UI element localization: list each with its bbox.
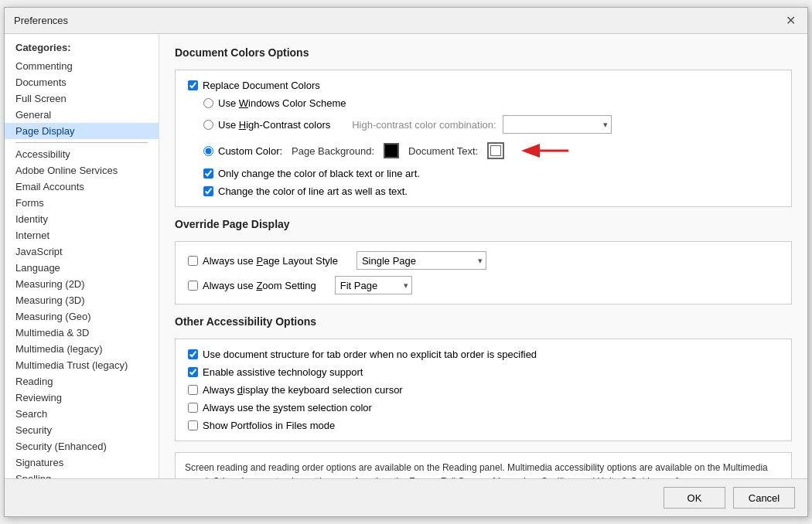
sidebar-item-multimedia-legacy[interactable]: Multimedia (legacy) xyxy=(5,341,159,357)
left-panel: Categories: Commenting Documents Full Sc… xyxy=(5,34,159,478)
cancel-button[interactable]: Cancel xyxy=(733,487,795,509)
tab-order-text: Use document structure for tab order whe… xyxy=(203,349,537,360)
sidebar-item-measuring-geo[interactable]: Measuring (Geo) xyxy=(5,308,159,325)
system-color-label[interactable]: Always use the system selection color xyxy=(188,402,372,413)
sidebar-item-measuring-3d[interactable]: Measuring (3D) xyxy=(5,292,159,308)
sidebar-item-forms[interactable]: Forms xyxy=(5,195,159,211)
page-bg-swatch[interactable] xyxy=(384,143,399,158)
hc-select-wrapper: Green text on black White text on black … xyxy=(503,115,612,134)
sidebar-item-security[interactable]: Security xyxy=(5,422,159,438)
system-color-text: Always use the system selection color xyxy=(203,402,372,413)
only-change-checkbox[interactable] xyxy=(203,168,213,179)
always-page-layout-label[interactable]: Always use Page Layout Style xyxy=(188,255,338,267)
replace-doc-colors-text: Replace Document Colors xyxy=(203,80,320,91)
title-bar: Preferences ✕ xyxy=(5,8,807,34)
ok-button[interactable]: OK xyxy=(664,487,725,509)
sidebar-item-general[interactable]: General xyxy=(5,107,159,123)
system-color-checkbox[interactable] xyxy=(188,403,198,413)
hc-color-select[interactable]: Green text on black White text on black … xyxy=(503,115,612,134)
sidebar-item-reviewing[interactable]: Reviewing xyxy=(5,390,159,406)
sidebar-item-page-display[interactable]: Page Display xyxy=(5,123,159,139)
sidebar-item-identity[interactable]: Identity xyxy=(5,211,159,227)
sidebar-item-email-accounts[interactable]: Email Accounts xyxy=(5,179,159,195)
keyboard-cursor-checkbox[interactable] xyxy=(188,385,198,395)
sidebar-item-language[interactable]: Language xyxy=(5,260,159,276)
sidebar-item-documents[interactable]: Documents xyxy=(5,74,159,90)
change-line-art-row: Change the color of line art as well as … xyxy=(203,185,779,197)
assistive-tech-row: Enable assistive technology support xyxy=(188,366,779,378)
doc-text-label: Document Text: xyxy=(408,145,478,157)
always-zoom-label[interactable]: Always use Zoom Setting xyxy=(188,280,316,291)
zoom-select[interactable]: Fit Page Fit Width Fit Height Actual Siz… xyxy=(335,276,412,294)
override-page-title: Override Page Display xyxy=(175,218,792,230)
hc-combo-label: High-contrast color combination: xyxy=(352,119,496,131)
tab-order-label[interactable]: Use document structure for tab order whe… xyxy=(188,349,537,360)
sidebar-item-search[interactable]: Search xyxy=(5,406,159,422)
sidebar-item-multimedia-trust[interactable]: Multimedia Trust (legacy) xyxy=(5,357,159,373)
page-layout-select-wrapper: Single Page Single Page Continuous Two-U… xyxy=(357,251,486,270)
keyboard-cursor-row: Always display the keyboard selection cu… xyxy=(188,384,779,396)
replace-doc-colors-checkbox[interactable] xyxy=(188,80,198,90)
sidebar-item-reading[interactable]: Reading xyxy=(5,373,159,390)
info-text: Screen reading and reading order options… xyxy=(185,462,768,478)
custom-color-label[interactable]: Custom Color: xyxy=(203,145,282,157)
portfolios-row: Show Portfolios in Files mode xyxy=(188,420,779,431)
sidebar-item-signatures[interactable]: Signatures xyxy=(5,454,159,471)
doc-colors-title: Document Colors Options xyxy=(175,46,792,59)
always-zoom-text: Always use Zoom Setting xyxy=(203,280,316,291)
sidebar-item-adobe-online[interactable]: Adobe Online Services xyxy=(5,162,159,179)
doc-text-swatch[interactable] xyxy=(487,142,504,159)
dialog-title: Preferences xyxy=(14,15,68,26)
portfolios-label[interactable]: Show Portfolios in Files mode xyxy=(188,420,335,431)
other-accessibility-box: Use document structure for tab order whe… xyxy=(175,339,792,441)
categories-label: Categories: xyxy=(5,34,159,58)
page-bg-label: Page Background: xyxy=(292,145,374,157)
sidebar-item-javascript[interactable]: JavaScript xyxy=(5,243,159,260)
sidebar-item-multimedia-3d[interactable]: Multimedia & 3D xyxy=(5,325,159,341)
portfolios-checkbox[interactable] xyxy=(188,420,198,430)
sidebar-item-spelling[interactable]: Spelling xyxy=(5,471,159,478)
sidebar-item-accessibility[interactable]: Accessibility xyxy=(5,146,159,162)
replace-doc-colors-row: Replace Document Colors xyxy=(188,80,779,91)
always-zoom-row: Always use Zoom Setting Fit Page Fit Wid… xyxy=(188,276,779,294)
page-layout-select[interactable]: Single Page Single Page Continuous Two-U… xyxy=(357,251,486,270)
use-high-contrast-label[interactable]: Use High-Contrast colors xyxy=(203,119,330,131)
only-change-label[interactable]: Only change the color of black text or l… xyxy=(203,168,420,179)
only-change-text: Only change the color of black text or l… xyxy=(218,168,420,179)
sidebar-item-internet[interactable]: Internet xyxy=(5,227,159,243)
use-windows-color-text: Use Windows Color Scheme xyxy=(218,97,346,109)
categories-list: Commenting Documents Full Screen General… xyxy=(5,58,159,478)
custom-color-radio[interactable] xyxy=(203,146,213,156)
override-page-box: Always use Page Layout Style Single Page… xyxy=(175,241,792,305)
doc-colors-box: Replace Document Colors Use Windows Colo… xyxy=(175,70,792,207)
use-high-contrast-radio[interactable] xyxy=(203,120,213,130)
sidebar-item-commenting[interactable]: Commenting xyxy=(5,58,159,74)
red-arrow-indicator xyxy=(518,140,572,162)
change-line-art-label[interactable]: Change the color of line art as well as … xyxy=(203,185,408,197)
only-change-row: Only change the color of black text or l… xyxy=(203,168,779,179)
change-line-art-checkbox[interactable] xyxy=(203,186,213,196)
use-high-contrast-row: Use High-Contrast colors High-contrast c… xyxy=(203,115,779,134)
use-windows-color-label[interactable]: Use Windows Color Scheme xyxy=(203,97,346,109)
always-zoom-checkbox[interactable] xyxy=(188,281,198,291)
close-button[interactable]: ✕ xyxy=(783,13,798,29)
portfolios-text: Show Portfolios in Files mode xyxy=(203,420,335,431)
always-page-layout-checkbox[interactable] xyxy=(188,256,198,266)
preferences-dialog: Preferences ✕ Categories: Commenting Doc… xyxy=(4,7,808,517)
sidebar-item-security-enhanced[interactable]: Security (Enhanced) xyxy=(5,438,159,454)
sidebar-item-measuring-2d[interactable]: Measuring (2D) xyxy=(5,276,159,292)
custom-color-row: Custom Color: Page Background: Document … xyxy=(203,140,779,162)
dialog-body: Categories: Commenting Documents Full Sc… xyxy=(5,34,807,478)
replace-doc-colors-label[interactable]: Replace Document Colors xyxy=(188,80,320,91)
keyboard-cursor-text: Always display the keyboard selection cu… xyxy=(203,384,403,396)
category-divider xyxy=(15,142,148,143)
always-page-layout-row: Always use Page Layout Style Single Page… xyxy=(188,251,779,270)
keyboard-cursor-label[interactable]: Always display the keyboard selection cu… xyxy=(188,384,403,396)
assistive-tech-checkbox[interactable] xyxy=(188,367,198,377)
assistive-tech-label[interactable]: Enable assistive technology support xyxy=(188,366,363,378)
use-windows-color-radio[interactable] xyxy=(203,98,213,108)
assistive-tech-text: Enable assistive technology support xyxy=(203,366,363,378)
info-box: Screen reading and reading order options… xyxy=(175,452,792,478)
sidebar-item-full-screen[interactable]: Full Screen xyxy=(5,90,159,107)
tab-order-checkbox[interactable] xyxy=(188,349,198,359)
